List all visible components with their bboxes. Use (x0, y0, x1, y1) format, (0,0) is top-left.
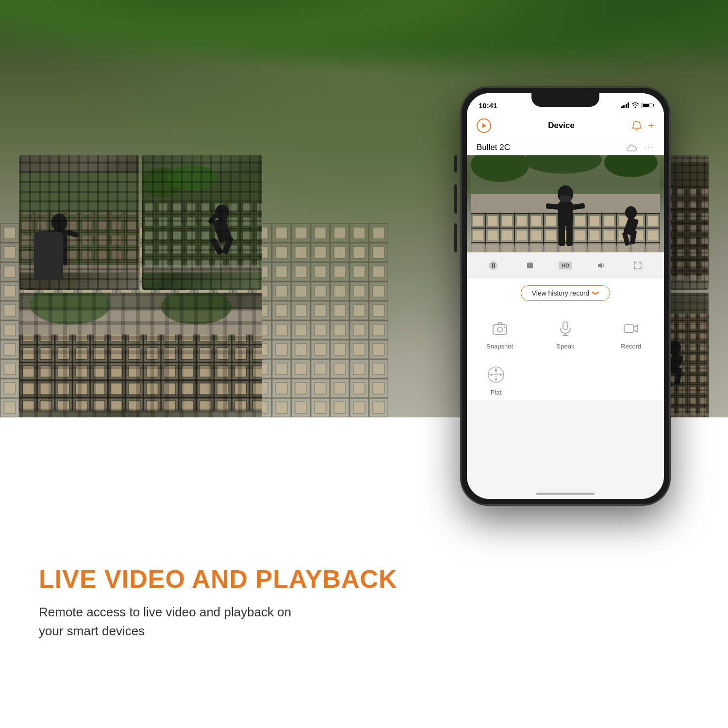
svg-marker-94 (489, 373, 492, 376)
headline: LIVE VIDEO AND PLAYBACK (39, 565, 397, 593)
svg-point-83 (497, 327, 502, 332)
footage-thumb-2 (142, 155, 262, 290)
plat-icon-wrap (486, 364, 506, 385)
status-time: 10:41 (479, 101, 497, 110)
add-button[interactable]: + (648, 119, 654, 132)
svg-marker-81 (598, 263, 602, 268)
plat-action[interactable]: Plat (477, 364, 515, 396)
view-history-label: View history record (532, 289, 590, 297)
svg-rect-82 (493, 325, 507, 334)
phone-screen: 10:41 (467, 93, 664, 499)
svg-marker-92 (495, 368, 497, 371)
record-icon-wrap (621, 318, 641, 339)
nav-bar: Device + (467, 115, 664, 137)
mute-button[interactable] (454, 155, 457, 172)
status-icons (621, 102, 653, 109)
svg-rect-8 (51, 230, 67, 258)
volume-button[interactable] (593, 257, 609, 274)
battery-fill (643, 104, 649, 107)
phone-notch (531, 93, 599, 107)
move-icon (487, 366, 505, 383)
svg-point-84 (503, 327, 505, 328)
plat-label: Plat (491, 389, 501, 396)
svg-point-32 (161, 293, 232, 325)
view-history-section: View history record ❯ (467, 279, 664, 308)
footage-thumb-3 (19, 293, 262, 417)
snapshot-label: Snapshot (486, 343, 513, 350)
device-name: Bullet 2C (477, 143, 510, 152)
svg-point-18 (215, 204, 229, 220)
cloud-icon[interactable] (627, 144, 637, 151)
signal-bar-2 (623, 105, 625, 108)
svg-rect-64 (471, 245, 660, 252)
volume-up-button[interactable] (454, 184, 457, 214)
svg-rect-20 (210, 237, 224, 255)
chevron-down-icon: ❯ (592, 290, 600, 296)
wifi-icon (631, 102, 639, 109)
svg-rect-28 (19, 309, 262, 410)
svg-rect-6 (19, 213, 139, 273)
phone-outer: 10:41 (461, 87, 670, 505)
signal-bar-1 (621, 106, 623, 108)
svg-rect-71 (559, 224, 565, 246)
subtext: Remote access to live video and playback… (39, 603, 301, 641)
svg-marker-93 (495, 379, 497, 381)
tree-foliage (0, 0, 728, 87)
device-action-icons: ··· (627, 142, 654, 152)
svg-rect-30 (19, 309, 262, 334)
power-button[interactable] (674, 175, 677, 209)
microphone-icon (558, 321, 573, 336)
svg-rect-9 (51, 255, 58, 267)
svg-rect-79 (494, 263, 495, 268)
svg-rect-53 (674, 368, 682, 385)
svg-rect-25 (142, 265, 262, 272)
signal-bar-3 (626, 104, 627, 108)
svg-rect-72 (566, 224, 572, 246)
svg-point-7 (51, 214, 67, 232)
snapshot-action[interactable]: Snapshot (467, 313, 532, 356)
more-options-icon[interactable]: ··· (644, 142, 654, 152)
speak-action[interactable]: Speak (532, 313, 598, 356)
nav-play-button[interactable] (477, 118, 491, 133)
svg-rect-16 (142, 173, 262, 273)
fullscreen-button[interactable] (629, 257, 646, 274)
footage-thumb-1 (19, 155, 139, 290)
svg-rect-13 (19, 265, 139, 272)
volume-down-button[interactable] (454, 223, 457, 252)
snapshot-icon-wrap (490, 318, 510, 339)
svg-point-24 (167, 165, 217, 190)
svg-point-73 (625, 206, 637, 219)
svg-rect-85 (563, 322, 568, 330)
svg-rect-5 (19, 173, 139, 273)
plat-row: Plat (467, 361, 664, 400)
pause-button[interactable] (485, 257, 501, 274)
svg-rect-29 (19, 330, 262, 411)
stop-button[interactable] (522, 257, 538, 274)
hd-button[interactable]: HD (559, 262, 572, 269)
svg-point-31 (30, 293, 111, 325)
record-action[interactable]: Record (598, 313, 664, 356)
camera-feed (467, 155, 664, 252)
text-content: LIVE VIDEO AND PLAYBACK Remote access to… (39, 565, 397, 641)
camera-icon (492, 321, 508, 336)
svg-rect-22 (208, 213, 218, 224)
svg-rect-11 (39, 230, 52, 238)
device-row: Bullet 2C ··· (467, 137, 664, 155)
battery-icon (642, 103, 652, 108)
playback-controls: HD (467, 252, 664, 279)
phone-mockup: 10:41 (461, 87, 670, 505)
footage-left (19, 155, 262, 417)
svg-marker-95 (500, 373, 503, 376)
video-icon (623, 321, 639, 336)
bell-icon[interactable] (631, 120, 642, 131)
svg-rect-66 (560, 196, 571, 202)
nav-right-icons: + (631, 119, 654, 132)
record-label: Record (621, 343, 641, 350)
svg-point-23 (142, 167, 182, 198)
svg-rect-12 (66, 230, 80, 238)
view-history-button[interactable]: View history record ❯ (521, 285, 611, 301)
signal-bars-icon (621, 102, 629, 108)
svg-rect-78 (492, 263, 493, 268)
home-indicator (536, 493, 595, 495)
svg-rect-88 (624, 325, 634, 332)
